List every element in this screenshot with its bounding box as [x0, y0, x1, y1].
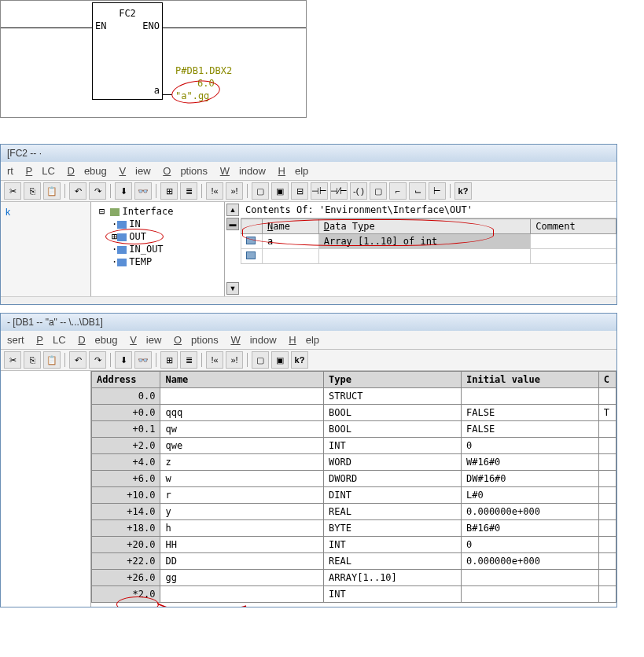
cell-comment[interactable]	[531, 234, 616, 249]
branch-open-button[interactable]: ⌐	[389, 182, 407, 200]
db-row[interactable]: +2.0qweINT0	[92, 438, 616, 454]
db-row[interactable]: +0.1qwBOOLFALSE	[92, 421, 616, 438]
network-button[interactable]: ⊞	[160, 351, 178, 369]
menu-view[interactable]: View	[130, 334, 161, 346]
cell-addr[interactable]: +22.0	[92, 553, 160, 570]
cell-name[interactable]	[160, 586, 324, 603]
cell-c[interactable]	[598, 504, 616, 520]
coil-button[interactable]: ⊣⁄⊢	[330, 182, 348, 200]
cut-button[interactable]: ✂	[4, 182, 21, 200]
db-row[interactable]: +10.0rDINTL#0	[92, 487, 616, 504]
db-row[interactable]: +14.0yREAL0.000000e+000	[92, 504, 616, 520]
contact-button[interactable]: ⊣⊢	[311, 182, 328, 200]
cell-c[interactable]	[598, 520, 616, 537]
cell-c[interactable]	[598, 586, 616, 603]
cell-name[interactable]: gg	[160, 570, 324, 586]
cell-init[interactable]: 0	[461, 438, 598, 454]
cell-type[interactable]: DINT	[324, 487, 462, 504]
menu-debug[interactable]: Debug	[78, 334, 117, 346]
cell-c[interactable]	[598, 471, 616, 487]
box-button[interactable]: ▢	[370, 182, 387, 200]
cell-init[interactable]: 0	[461, 537, 598, 553]
cell-init[interactable]: W#16#0	[461, 454, 598, 471]
cell-type[interactable]: BOOL	[324, 405, 462, 421]
out-row-empty[interactable]	[241, 249, 616, 264]
cell-name[interactable]: h	[160, 520, 324, 537]
cell-addr[interactable]: *2.0	[92, 586, 160, 603]
conn-button[interactable]: ⊢	[429, 182, 446, 200]
cell-name[interactable]: qw	[160, 421, 324, 438]
cell-init[interactable]: L#0	[461, 487, 598, 504]
view1-button[interactable]: ▢	[252, 182, 269, 200]
cell-c[interactable]	[598, 537, 616, 553]
cell-name[interactable]: r	[160, 487, 324, 504]
cell-addr[interactable]: +10.0	[92, 487, 160, 504]
cell-type[interactable]: REAL	[324, 504, 462, 520]
out-row-a[interactable]: a Array [1..10] of int	[241, 234, 616, 249]
paste-button[interactable]: 📋	[43, 351, 61, 369]
cell-type[interactable]: Array [1..10] of int	[318, 234, 530, 249]
cell-c[interactable]	[598, 454, 616, 471]
cell-name[interactable]: qqq	[160, 405, 324, 421]
download-button[interactable]: ⬇	[115, 182, 132, 200]
menu-options[interactable]: Options	[163, 165, 208, 177]
cell-c[interactable]: T	[598, 405, 616, 421]
cell-addr[interactable]: +0.0	[92, 405, 160, 421]
db-table[interactable]: Address Name Type Initial value C 0.0STR…	[91, 371, 616, 603]
redo-button[interactable]: ↷	[89, 351, 106, 369]
cell-type[interactable]: WORD	[324, 454, 462, 471]
cell-type[interactable]: STRUCT	[324, 388, 462, 405]
notcontact-button[interactable]: -( )	[350, 182, 367, 200]
db-row[interactable]: +22.0DDREAL0.000000e+000	[92, 553, 616, 570]
cell-type[interactable]: BOOL	[324, 421, 462, 438]
cell-addr[interactable]: +0.1	[92, 421, 160, 438]
copy-button[interactable]: ⎘	[24, 182, 41, 200]
menu-debug[interactable]: Debug	[68, 165, 107, 177]
stream-button[interactable]: ≣	[180, 182, 197, 200]
view2-button[interactable]: ▣	[271, 351, 289, 369]
monitor-button[interactable]: 👓	[134, 351, 152, 369]
db-row[interactable]: +4.0zWORDW#16#0	[92, 454, 616, 471]
db-row[interactable]: +0.0qqqBOOLFALSET	[92, 405, 616, 421]
cell-init[interactable]: 0.000000e+000	[461, 553, 598, 570]
cell-init[interactable]: B#16#0	[461, 520, 598, 537]
network-button[interactable]: ⊞	[160, 182, 178, 200]
fc2-block[interactable]: FC2 EN ENO a	[92, 2, 163, 100]
menu-insert[interactable]: rt	[7, 165, 13, 177]
menu-options[interactable]: Options	[174, 334, 219, 346]
db1-menubar[interactable]: sert PLC Debug View Options Window Help	[1, 331, 616, 349]
cell-addr[interactable]: +4.0	[92, 454, 160, 471]
cell-addr[interactable]: +14.0	[92, 504, 160, 520]
stream-button[interactable]: ≣	[180, 351, 197, 369]
view2-button[interactable]: ▣	[271, 182, 289, 200]
cell-c[interactable]	[598, 421, 616, 438]
menu-plc[interactable]: PLC	[36, 334, 65, 346]
branch-close-button[interactable]: ⌙	[409, 182, 426, 200]
cell-addr[interactable]: +26.0	[92, 570, 160, 586]
cell-type[interactable]: INT	[324, 586, 462, 603]
menu-insert[interactable]: sert	[7, 334, 24, 346]
menu-window[interactable]: Window	[220, 165, 266, 177]
menu-view[interactable]: View	[119, 165, 150, 177]
tree-root[interactable]: ⊟ Interface	[94, 205, 221, 218]
cell-init[interactable]: DW#16#0	[461, 471, 598, 487]
cell-addr[interactable]: +18.0	[92, 520, 160, 537]
view3-button[interactable]: ⊟	[291, 182, 308, 200]
tree-in[interactable]: ·IN	[94, 218, 221, 230]
db-row[interactable]: +18.0hBYTEB#16#0	[92, 520, 616, 537]
help-button[interactable]: k?	[454, 182, 472, 200]
db-row[interactable]: 0.0STRUCT	[92, 388, 616, 405]
cut-button[interactable]: ✂	[4, 351, 21, 369]
cell-type[interactable]: BYTE	[324, 520, 462, 537]
db-row[interactable]: *2.0INT	[92, 586, 616, 603]
scroll-down-button[interactable]: ▼	[226, 282, 239, 295]
cell-init[interactable]: FALSE	[461, 405, 598, 421]
monitor-button[interactable]: 👓	[134, 182, 152, 200]
cell-init[interactable]: FALSE	[461, 421, 598, 438]
interface-tree[interactable]: ⊟ Interface ·IN ⊞OUT ·IN_OUT ·TEMP	[91, 202, 225, 296]
menu-plc[interactable]: PLC	[26, 165, 55, 177]
scroll-thumb[interactable]: ▬	[226, 218, 239, 230]
cell-name[interactable]	[160, 388, 324, 405]
cell-type[interactable]: DWORD	[324, 471, 462, 487]
left-link[interactable]: k	[1, 202, 90, 222]
